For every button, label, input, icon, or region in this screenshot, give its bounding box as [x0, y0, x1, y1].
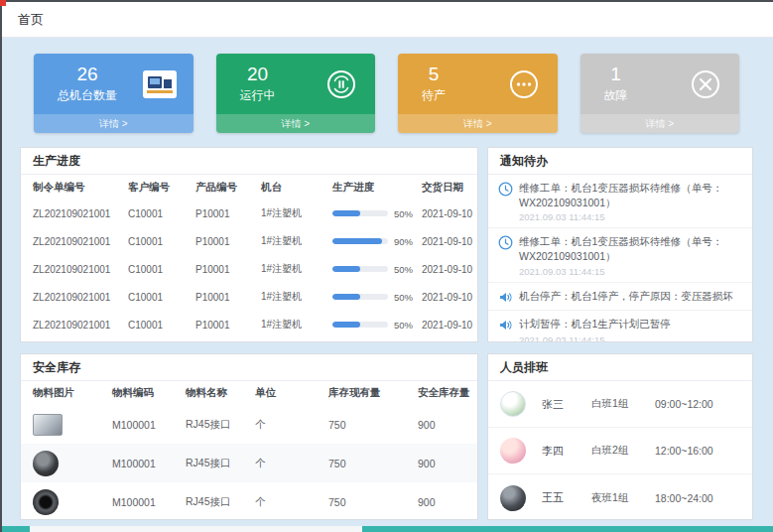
clock-icon: [498, 182, 513, 197]
shift-time: 09:00~12:00: [655, 398, 713, 410]
table-header-cell: 安全库存量: [418, 386, 477, 400]
table-row: ZL202109021001 C10001 P10001 1#注塑机 50% 2…: [21, 283, 477, 311]
material-name-cell: RJ45接口: [186, 495, 255, 509]
stat-card-body: 5 待产: [398, 54, 558, 114]
material-code-cell: M100001: [112, 419, 186, 431]
progress-bar: [332, 322, 388, 328]
notification-text: 机台停产：机台1停产，停产原因：变压器损坏: [519, 289, 733, 304]
notification-time: 2021.09.03 11:44:15: [519, 266, 744, 277]
machine-cell: 1#注塑机: [261, 290, 332, 304]
machine-cell: 1#注塑机: [261, 234, 332, 248]
page-header: 首页: [2, 2, 773, 38]
shift-label: 白班2组: [591, 444, 649, 458]
due-date-cell: 2021-09-10: [422, 208, 477, 219]
round-connector-photo: [33, 451, 59, 476]
personnel-schedule-panel: 人员排班 张三 白班1组 09:00~12:00 李四 白班2组 12:00~1…: [487, 353, 753, 520]
progress-bar: [332, 238, 388, 244]
stat-card-body: 20 运行中: [216, 54, 376, 114]
detail-link[interactable]: 详情 >: [34, 114, 193, 133]
progress-cell: 50%: [332, 320, 422, 331]
stat-card-text: 5 待产: [422, 64, 446, 104]
stat-label: 总机台数量: [58, 87, 117, 104]
notification-item[interactable]: 机台停产：机台1停产，停产原因：变压器损坏: [488, 283, 752, 311]
progress-cell: 50%: [332, 208, 422, 219]
stat-card-total-machines: 26 总机台数量 详情 >: [34, 54, 193, 133]
shift-time: 18:00~24:00: [655, 492, 713, 504]
machine-cell: 1#注塑机: [261, 318, 332, 332]
detail-link[interactable]: 详情 >: [580, 114, 740, 133]
panel-title: 通知待办: [488, 148, 752, 175]
on-hand-cell: 750: [328, 458, 418, 469]
corner-marker: [0, 0, 6, 6]
table-header-cell: 交货日期: [422, 181, 477, 195]
notification-text: 维修工单：机台1变压器损坏待维修（单号：WX202109031001）: [519, 181, 744, 209]
detail-link[interactable]: 详情 >: [398, 114, 558, 133]
bottom-edge-teal-left: [0, 526, 30, 532]
due-date-cell: 2021-09-10: [422, 320, 477, 331]
speaker-icon: [498, 318, 513, 332]
progress-label: 50%: [394, 208, 413, 219]
stat-cards-row: 26 总机台数量 详情 > 20 运行中 详情 > 5 待产: [34, 54, 739, 133]
table-header-cell: 客户编号: [128, 181, 195, 195]
panel-title: 人员排班: [488, 354, 752, 381]
table-row: M100001 RJ45接口 个 750 900: [21, 405, 477, 444]
stat-label: 运行中: [240, 87, 276, 104]
notification-item[interactable]: 计划暂停：机台1生产计划已暂停 2021.09.03 11:44:15: [488, 311, 752, 342]
stat-card-text: 1 故障: [604, 64, 628, 104]
schedule-row: 李四 白班2组 12:00~16:00: [488, 428, 752, 474]
safety-stock-cell: 900: [418, 458, 477, 469]
progress-cell: 50%: [332, 264, 422, 275]
table-header-cell: 制令单编号: [21, 181, 128, 195]
progress-label: 50%: [394, 320, 413, 331]
order-no-cell: ZL202109021001: [21, 292, 128, 303]
table-header-row: 制令单编号 客户编号 产品编号 机台 生产进度 交货日期: [21, 175, 477, 200]
avatar: [500, 391, 526, 417]
machine-cell: 1#注塑机: [261, 262, 332, 276]
customer-no-cell: C10001: [128, 292, 195, 303]
page-title: 首页: [2, 2, 773, 37]
window-top-edge: [0, 0, 773, 2]
panel-title: 安全库存: [21, 354, 477, 381]
material-image-cell: [21, 489, 112, 515]
schedule-row: 王五 夜班1组 18:00~24:00: [488, 474, 752, 520]
table-header-cell: 产品编号: [195, 181, 261, 195]
progress-bar: [332, 294, 388, 300]
customer-no-cell: C10001: [128, 264, 195, 275]
order-no-cell: ZL202109021001: [21, 264, 128, 275]
order-no-cell: ZL202109021001: [21, 320, 128, 331]
table-header-cell: 物料编码: [112, 386, 186, 400]
bottom-edge-teal-right: [362, 526, 773, 532]
on-hand-cell: 750: [328, 419, 418, 431]
bottom-edge-white: [30, 526, 362, 532]
material-code-cell: M100001: [112, 458, 186, 469]
stat-label: 待产: [422, 87, 446, 104]
stat-card-text: 20 运行中: [240, 64, 276, 104]
material-image-cell: [21, 451, 112, 476]
panel-title: 生产进度: [21, 148, 477, 175]
due-date-cell: 2021-09-10: [422, 236, 477, 247]
table-header-cell: 单位: [255, 386, 328, 400]
progress-label: 50%: [394, 264, 413, 275]
avatar: [500, 485, 526, 511]
customer-no-cell: C10001: [128, 320, 195, 331]
shift-time: 12:00~16:00: [655, 445, 713, 457]
safety-inventory-panel: 安全库存 物料图片 物料编码 物料名称 单位 库存现有量 安全库存量 M1000…: [20, 353, 478, 520]
notification-item[interactable]: 维修工单：机台1变压器损坏待维修（单号：WX202109031001） 2021…: [488, 175, 752, 228]
notification-item[interactable]: 维修工单：机台1变压器损坏待维修（单号：WX202109031001） 2021…: [488, 228, 752, 282]
progress-label: 50%: [394, 292, 413, 303]
schedule-row: 张三 白班1组 09:00~12:00: [488, 381, 752, 428]
stat-value: 1: [604, 64, 628, 85]
order-no-cell: ZL202109021001: [21, 236, 128, 247]
stat-value: 5: [422, 64, 446, 85]
stat-card-waiting: 5 待产 详情 >: [398, 54, 558, 133]
safety-stock-cell: 900: [418, 419, 477, 431]
table-row: ZL202109021001 C10001 P10001 1#注塑机 50% 2…: [21, 200, 477, 227]
due-date-cell: 2021-09-10: [422, 292, 477, 303]
detail-link[interactable]: 详情 >: [216, 114, 376, 133]
table-row: ZL202109021001 C10001 P10001 1#注塑机 50% 2…: [21, 311, 477, 338]
tools-icon: [688, 68, 723, 100]
speaker-icon: [498, 290, 513, 305]
machine-cell: 1#注塑机: [261, 206, 332, 220]
material-code-cell: M100001: [112, 496, 186, 508]
progress-bar: [332, 266, 388, 272]
